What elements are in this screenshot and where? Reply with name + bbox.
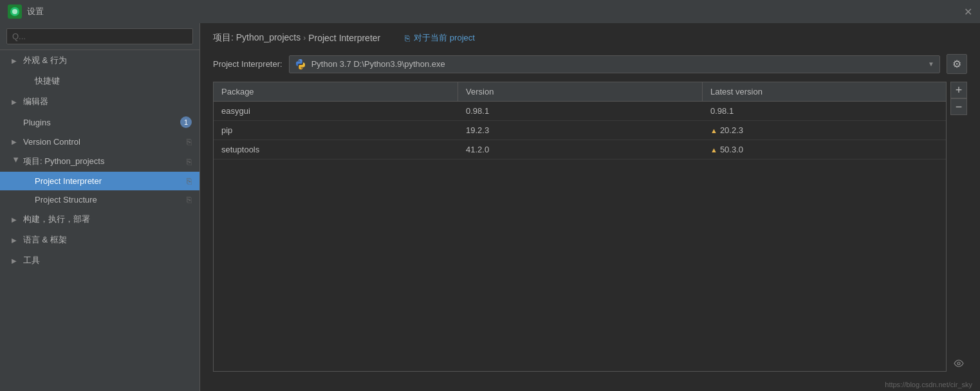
copy-project-button[interactable]: ⎘ 对于当前 project	[405, 32, 475, 44]
copy-icon: ⎘	[187, 176, 192, 186]
cell-package: setuptools	[214, 140, 458, 159]
cell-version: 0.98.1	[458, 102, 703, 120]
table-row[interactable]: setuptools41.2.0▲50.3.0	[214, 140, 946, 159]
cell-version: 41.2.0	[458, 140, 703, 159]
badge: 1	[180, 116, 192, 128]
sidebar-item-editor[interactable]: ▶编辑器	[0, 91, 199, 112]
python-icon	[295, 59, 306, 70]
sidebar-item-label: 外观 & 行为	[23, 55, 67, 66]
sidebar-item-build-deploy[interactable]: ▶构建，执行，部署	[0, 209, 199, 230]
sidebar-item-label: 语言 & 框架	[23, 234, 67, 246]
sidebar-nav: ▶外观 & 行为快捷键▶编辑器Plugins1▶Version Control⎘…	[0, 50, 199, 271]
breadcrumb: 项目: Python_projects › Project Interprete…	[213, 32, 380, 44]
package-table: Package Version Latest version easygui0.…	[213, 82, 947, 372]
close-button[interactable]: ✕	[964, 6, 972, 18]
sidebar-item-project-python[interactable]: ▶项目: Python_projects⎘	[0, 151, 199, 172]
upgrade-arrow-icon: ▲	[710, 127, 717, 134]
cell-latest-version: ▲50.3.0	[703, 140, 946, 159]
sidebar-item-label: 快捷键	[35, 75, 60, 87]
interpreter-value: Python 3.7 D:\Python3.9\python.exe	[311, 59, 923, 69]
cell-latest-version: 0.98.1	[703, 102, 946, 120]
sidebar-item-label: Version Control	[23, 137, 80, 147]
interpreter-select[interactable]: Python 3.7 D:\Python3.9\python.exe ▼	[289, 55, 940, 73]
svg-point-2	[12, 9, 17, 14]
arrow-icon: ▶	[12, 216, 21, 223]
sidebar-item-plugins[interactable]: Plugins1	[0, 112, 199, 132]
col-package: Package	[214, 82, 458, 101]
copy-icon: ⎘	[187, 157, 192, 167]
cell-package: pip	[214, 121, 458, 140]
arrow-icon: ▶	[12, 138, 21, 145]
footer: https://blog.csdn.net/cir_sky	[200, 378, 980, 391]
sidebar-item-version-control[interactable]: ▶Version Control⎘	[0, 132, 199, 151]
table-container-wrap: Package Version Latest version easygui0.…	[213, 82, 967, 372]
col-latest: Latest version	[703, 82, 946, 101]
content-area: 项目: Python_projects › Project Interprete…	[200, 23, 980, 391]
add-package-button[interactable]: +	[950, 82, 967, 98]
arrow-icon: ▶	[12, 257, 21, 264]
col-version: Version	[458, 82, 703, 101]
copy-icon: ⎘	[187, 195, 192, 205]
sidebar-item-appearance[interactable]: ▶外观 & 行为	[0, 50, 199, 71]
content-header: 项目: Python_projects › Project Interprete…	[200, 23, 980, 50]
remove-package-button[interactable]: −	[950, 98, 967, 115]
sidebar-item-shortcuts[interactable]: 快捷键	[0, 71, 199, 91]
svg-point-3	[957, 362, 960, 365]
cell-version: 19.2.3	[458, 121, 703, 140]
sidebar-item-label: 构建，执行，部署	[23, 214, 90, 225]
sidebar-item-label: Plugins	[23, 118, 51, 127]
table-row[interactable]: pip19.2.3▲20.2.3	[214, 121, 946, 140]
sidebar-item-label: Project Interpreter	[35, 176, 102, 186]
upgrade-arrow-icon: ▲	[710, 146, 717, 154]
sidebar: ▶外观 & 行为快捷键▶编辑器Plugins1▶Version Control⎘…	[0, 23, 200, 391]
copy-icon: ⎘	[405, 33, 410, 43]
interpreter-row: Project Interpreter:	[200, 50, 980, 82]
interpreter-settings-button[interactable]: ⚙	[947, 54, 967, 74]
table-header: Package Version Latest version	[214, 82, 946, 102]
arrow-icon: ▶	[12, 57, 21, 64]
sidebar-item-tools[interactable]: ▶工具	[0, 250, 199, 271]
arrow-icon: ▶	[13, 157, 20, 166]
arrow-icon: ▶	[12, 237, 21, 244]
copy-icon: ⎘	[187, 137, 192, 147]
dropdown-arrow-icon: ▼	[928, 60, 934, 68]
main-layout: ▶外观 & 行为快捷键▶编辑器Plugins1▶Version Control⎘…	[0, 23, 980, 391]
title-bar: 设置 ✕	[0, 0, 980, 23]
sidebar-item-lang-framework[interactable]: ▶语言 & 框架	[0, 230, 199, 250]
sidebar-item-project-structure[interactable]: Project Structure⎘	[0, 190, 199, 209]
breadcrumb-project: 项目: Python_projects	[213, 32, 300, 44]
arrow-icon: ▶	[12, 98, 21, 105]
table-row[interactable]: easygui0.98.10.98.1	[214, 102, 946, 121]
table-body: easygui0.98.10.98.1pip19.2.3▲20.2.3setup…	[214, 102, 946, 371]
side-actions: + −	[950, 82, 967, 372]
sidebar-item-label: 编辑器	[23, 96, 48, 107]
breadcrumb-page: Project Interpreter	[308, 33, 380, 43]
breadcrumb-separator: ›	[303, 33, 306, 42]
copy-project-label: 对于当前 project	[414, 32, 475, 44]
footer-url: https://blog.csdn.net/cir_sky	[885, 381, 972, 388]
search-box	[0, 23, 199, 50]
eye-button[interactable]	[950, 355, 967, 372]
cell-latest-version: ▲20.2.3	[703, 121, 946, 140]
app-logo	[8, 5, 22, 19]
sidebar-item-label: Project Structure	[35, 195, 97, 205]
sidebar-item-label: 工具	[23, 255, 40, 266]
sidebar-item-label: 项目: Python_projects	[23, 156, 104, 167]
search-input[interactable]	[6, 28, 193, 44]
sidebar-item-project-interpreter[interactable]: Project Interpreter⎘	[0, 172, 199, 190]
interpreter-label: Project Interpreter:	[213, 59, 282, 69]
title-bar-label: 设置	[27, 6, 44, 17]
cell-package: easygui	[214, 102, 458, 120]
eye-icon	[954, 359, 964, 367]
